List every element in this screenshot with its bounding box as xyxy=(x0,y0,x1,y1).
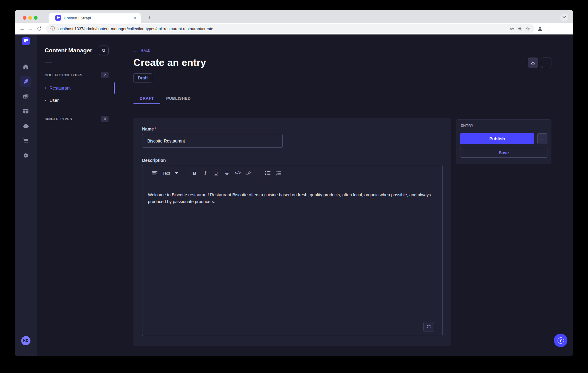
bookmark-star-icon[interactable]: ☆ xyxy=(526,26,530,32)
user-avatar[interactable]: KD xyxy=(21,336,30,345)
question-icon: ? xyxy=(558,337,564,344)
sidebar-item-deploy[interactable] xyxy=(22,122,30,130)
browser-menu-icon[interactable]: ⋮ xyxy=(546,26,552,32)
save-button[interactable]: Save xyxy=(460,148,547,158)
strapi-favicon xyxy=(55,15,61,21)
dropdown-caret-icon xyxy=(175,172,178,174)
sidebar-item-restaurant[interactable]: Restaurant xyxy=(37,82,115,94)
info-icon[interactable]: ⓘ xyxy=(50,26,55,31)
zoom-page-icon[interactable] xyxy=(518,26,523,31)
strapi-app: KD Content Manager COLLECTION TYPES 2 xyxy=(15,34,573,356)
publish-button[interactable]: Publish xyxy=(460,133,534,144)
code-button[interactable]: </> xyxy=(235,169,241,178)
strapi-logo[interactable] xyxy=(22,37,30,45)
subnav-title: Content Manager xyxy=(45,47,92,54)
sidebar-item-media-library[interactable] xyxy=(22,93,30,100)
bulleted-list-button[interactable] xyxy=(265,169,271,178)
name-label: Name* xyxy=(142,126,156,131)
entry-panel: ENTRY Publish ··· Save xyxy=(456,119,551,164)
sidebar-item-content-type-builder[interactable] xyxy=(22,107,30,115)
minimize-window-button[interactable] xyxy=(28,16,32,20)
toolbar-divider xyxy=(185,169,185,177)
tab-close-icon[interactable]: × xyxy=(132,16,137,20)
back-label: Back xyxy=(141,48,150,53)
nav-divider xyxy=(18,56,33,56)
main-content: ← Back Create an entry ··· Draft DRAFT P… xyxy=(115,34,573,356)
tab-published[interactable]: PUBLISHED xyxy=(160,93,197,104)
search-icon xyxy=(101,48,106,53)
traffic-lights xyxy=(23,16,38,20)
home-icon xyxy=(22,63,29,70)
numbered-list-button[interactable]: 12 xyxy=(276,169,282,178)
help-button[interactable]: ? xyxy=(554,334,567,347)
tab-search-chevron-icon[interactable] xyxy=(560,14,568,21)
description-field: Description Text xyxy=(142,158,443,336)
back-link[interactable]: ← Back xyxy=(133,48,150,53)
name-input[interactable] xyxy=(142,134,283,148)
subnav-divider xyxy=(45,62,52,62)
bullet-icon xyxy=(45,100,46,101)
required-asterisk: * xyxy=(154,126,156,131)
url-text[interactable]: localhost:1337/admin/content-manager/col… xyxy=(58,26,507,31)
svg-text:2: 2 xyxy=(276,174,277,175)
bulleted-list-icon xyxy=(265,171,271,175)
search-button[interactable] xyxy=(99,46,109,55)
sidebar-item-marketplace[interactable] xyxy=(22,137,30,144)
header-more-button[interactable]: ··· xyxy=(541,58,551,68)
browser-forward-button[interactable]: → xyxy=(26,24,35,33)
collection-types-section: COLLECTION TYPES 2 Restaurant User xyxy=(37,72,115,106)
expand-button[interactable] xyxy=(423,322,434,331)
item-label: User xyxy=(50,98,59,103)
download-button[interactable] xyxy=(528,58,538,68)
tab-strip: Untitled | Strapi × + xyxy=(15,10,573,23)
expand-icon xyxy=(427,324,431,329)
entry-panel-title: ENTRY xyxy=(460,124,547,127)
tab-title: Untitled | Strapi xyxy=(64,16,132,20)
tab-draft[interactable]: DRAFT xyxy=(133,93,160,104)
editor-content[interactable]: Welcome to Biscotte restaurant! Restaura… xyxy=(142,181,442,336)
zoom-window-button[interactable] xyxy=(34,16,38,20)
close-window-button[interactable] xyxy=(23,16,26,20)
underline-button[interactable]: U xyxy=(213,169,219,178)
item-label: Restaurant xyxy=(50,86,70,90)
cart-icon xyxy=(22,137,29,144)
url-bar[interactable]: ⓘ localhost:1337/admin/content-manager/c… xyxy=(46,24,534,33)
browser-tab[interactable]: Untitled | Strapi × xyxy=(49,13,141,23)
bullet-icon xyxy=(45,87,46,89)
subnav: Content Manager COLLECTION TYPES 2 Resta… xyxy=(37,34,115,356)
gear-icon xyxy=(22,152,29,159)
link-button[interactable] xyxy=(245,169,252,178)
draft-published-tabs: DRAFT PUBLISHED xyxy=(133,93,551,104)
layout-icon xyxy=(22,108,29,114)
form-card: Name* Description Text xyxy=(133,118,451,346)
sidebar-item-settings[interactable] xyxy=(22,152,30,159)
align-icon xyxy=(152,169,158,178)
italic-button[interactable]: I xyxy=(202,169,209,178)
new-tab-button[interactable]: + xyxy=(145,13,154,22)
cloud-icon xyxy=(22,122,29,129)
back-arrow-icon: ← xyxy=(133,48,138,53)
editor-toolbar: Text B I U S </> xyxy=(142,165,442,181)
feather-icon xyxy=(22,78,29,85)
entry-more-button[interactable]: ··· xyxy=(537,133,547,144)
numbered-list-icon: 12 xyxy=(276,171,281,176)
text-style-dropdown[interactable]: Text xyxy=(162,171,178,176)
password-key-icon[interactable] xyxy=(509,26,515,31)
bold-button[interactable]: B xyxy=(192,169,198,178)
reload-button[interactable] xyxy=(35,24,44,33)
toolbar-divider xyxy=(258,169,258,177)
single-types-section: SINGLE TYPES 0 xyxy=(37,116,115,122)
sidebar-item-home[interactable] xyxy=(22,63,30,70)
browser-back-button[interactable]: ← xyxy=(18,24,26,33)
name-field: Name* xyxy=(142,126,443,148)
profile-avatar-icon[interactable] xyxy=(537,25,543,32)
sidebar-item-user[interactable]: User xyxy=(37,94,115,106)
strikethrough-button[interactable]: S xyxy=(224,169,230,178)
count-badge: 0 xyxy=(101,116,109,122)
browser-toolbar: ← → ⓘ localhost:1337/admin/content-manag… xyxy=(15,23,573,34)
description-label: Description xyxy=(142,158,166,163)
sidebar-item-content-manager[interactable] xyxy=(20,76,31,87)
section-label: SINGLE TYPES xyxy=(45,117,72,121)
browser-window: Untitled | Strapi × + ← → ⓘ localhost:13… xyxy=(15,10,573,356)
rich-text-editor: Text B I U S </> xyxy=(142,165,443,336)
